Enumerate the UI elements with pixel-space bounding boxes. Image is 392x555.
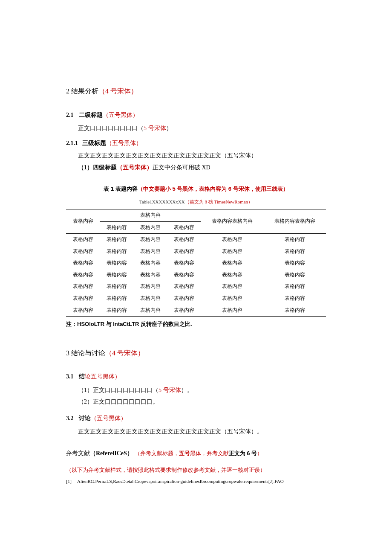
table-row: 表格内容表格内容表格内容表格内容表格内容表格内容: [66, 281, 326, 293]
heading-2-1-1-text: 三级标题: [82, 139, 106, 146]
col-head-1: 表格内容: [66, 209, 100, 233]
heading-3-2-hint: （五号黑体）: [91, 415, 127, 421]
heading-2-1-text: 二级标题: [79, 111, 103, 118]
reference-text: AlienRG.PeriraLS,RaesD.etal.Cropevapoira…: [77, 479, 284, 484]
section-3-hint: （4 号宋体）: [105, 349, 144, 357]
heading-2-1-1-hint: （五号黑体）: [106, 139, 142, 146]
table-row: 表格内容表格内容表格内容表格内容表格内容表格内容: [66, 246, 326, 258]
body-text-3-2: 正文正文正文正文正文正文正文正文正文正文正文正文（五号宋体）。: [66, 426, 326, 437]
heading-2-1-1: 2.1.1三级标题（五号黑体）: [66, 138, 326, 148]
heading-2-1-1-num: 2.1.1: [66, 140, 78, 146]
table-row: 表格内容表格内容表格内容表格内容表格内容表格内容: [66, 269, 326, 281]
heading-3-2-num: 3.2: [66, 415, 74, 421]
col-group-head: 表格内容: [100, 209, 201, 221]
heading-3-2: 3.2讨论（五号黑体）: [66, 413, 326, 424]
heading-2-1-hint: （五号黑体）: [103, 111, 138, 118]
references-heading: 弁考文献（RefereiICeS） （弁考文献标题，五号黑体，弁考文献正文为 6…: [66, 448, 326, 459]
section-3-heading: 3 结论与讨论（4 号宋体）: [66, 347, 326, 360]
section-2-heading: 2 结果分析（4 号宋体）: [66, 85, 326, 98]
reference-item-1: [1]AlienRG.PeriraLS,RaesD.etal.Cropevapo…: [66, 477, 326, 486]
heading-2-1-num: 2.1: [66, 112, 74, 118]
body-text-level4: （1）四级标题（五号宋体）正文中分条可用破 XD: [66, 162, 326, 173]
col-head-5: 表格内容表格内容: [201, 209, 263, 233]
body-text-2-1-1: 正文正文正文正文正文正文正文正文正文正文正文正文（五号宋体）: [66, 150, 326, 161]
section-2-hint: （4 号宋体）: [98, 87, 138, 95]
reference-num: [1]: [66, 477, 77, 486]
section-3-text: 结论与讨论: [69, 349, 105, 357]
heading-3-1: 3.1结论五号黑体）: [66, 371, 326, 382]
table-body: 表格内容表格内容表格内容表格内容表格内容表格内容 表格内容表格内容表格内容表格内…: [66, 234, 326, 317]
table-row: 表格内容表格内容表格内容表格内容表格内容表格内容: [66, 257, 326, 269]
body-text-3-1-1: （1）正文口口口口口口口口（5 号宋体）。: [66, 385, 326, 395]
heading-2-1: 2.1二级标题（五号黑体）: [66, 110, 326, 120]
body-text-2-1: 正文口口口口口口口口（5 号宋体）: [66, 123, 326, 134]
table-row: 表格内容表格内容表格内容表格内容表格内容表格内容: [66, 305, 326, 317]
table-title-cn: 表 1 表题内容（中文赛题小 5 号黑体，表格内容为 6 号宋体，使用三线表）: [66, 184, 326, 194]
heading-3-1-text-b: 论五号黑体）: [85, 373, 121, 380]
references-note: （以下为弁考文献样式，请按照此格式要求制作修改参考文献，并逐一核对正误）: [66, 465, 326, 475]
sub-head-3: 表格内容: [167, 221, 201, 234]
section-2-text: 结果分析: [69, 87, 98, 95]
table-header-row-1: 表格内容 表格内容 表格内容表格内容 表格内容表格内容: [66, 209, 326, 221]
sub-head-2: 表格内容: [133, 221, 167, 234]
section-2-num: 2: [66, 87, 69, 95]
heading-3-2-text: 讨论: [79, 415, 91, 421]
table-row: 表格内容表格内容表格内容表格内容表格内容表格内容: [66, 293, 326, 305]
table-note: 注：HSOloLTR 与 IntaCtLTR 反转座子的数目之比.: [66, 319, 326, 329]
heading-3-1-num: 3.1: [66, 373, 74, 380]
table-row: 表格内容表格内容表格内容表格内容表格内容表格内容: [66, 234, 326, 246]
body-text-3-1-2: （2）正文口口口口口口口口。: [66, 396, 326, 407]
sub-head-1: 表格内容: [100, 221, 133, 234]
table-title-en: Table1XXXXXXXxXX（英文为 8 磅 TimesNewRoman）: [66, 198, 326, 206]
heading-3-1-text-a: 结: [79, 373, 85, 380]
col-head-6: 表格内容表格内容: [263, 209, 326, 233]
data-table: 表格内容 表格内容 表格内容表格内容 表格内容表格内容 表格内容 表格内容 表格…: [66, 209, 326, 317]
section-3-num: 3: [66, 349, 69, 357]
